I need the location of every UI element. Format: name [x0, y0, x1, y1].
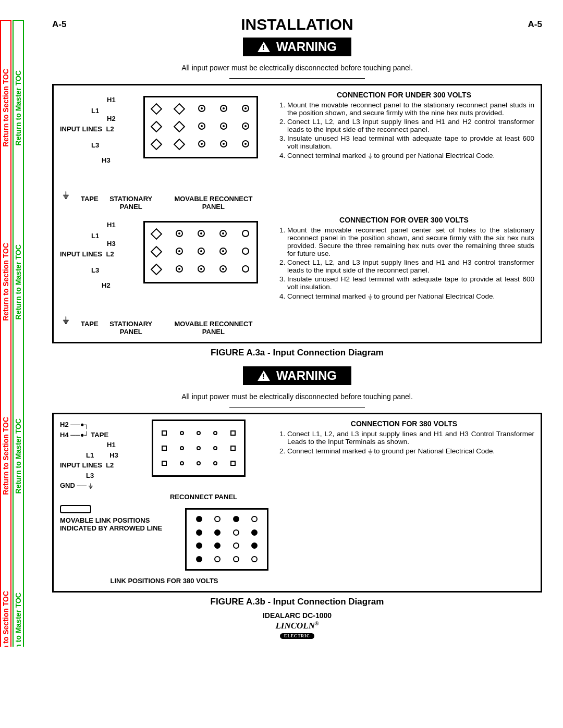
under-300-instructions: CONNECTION FOR UNDER 300 VOLTS Mount the…: [274, 91, 534, 161]
brand-sub: ELECTRIC: [280, 633, 314, 639]
master-toc-link[interactable]: Return to Master TOC: [14, 234, 22, 330]
page-title: INSTALLATION: [241, 16, 353, 33]
label-l1: L1: [86, 451, 94, 459]
conn-380-instructions: CONNECTION FOR 380 VOLTS Conect L1, L2, …: [274, 419, 534, 456]
label-h2: H2: [107, 114, 116, 125]
label-input-lines: INPUT LINES: [60, 125, 102, 133]
brand-name: LINCOLN: [275, 621, 315, 631]
label-tape: TAPE: [81, 320, 99, 336]
label-l2: L2: [106, 461, 114, 469]
label-h3: H3: [102, 155, 116, 166]
label-movable-panel: MOVABLE RECONNECT PANEL: [164, 320, 263, 336]
warning-label: WARNING: [276, 40, 337, 54]
under-300-step-4: Connect terminal marked ⏚ to ground per …: [287, 151, 534, 159]
registered-icon: ®: [315, 621, 319, 626]
master-toc-link[interactable]: Return to Master TOC: [14, 408, 22, 504]
diagram-under-300: H1 L1 H2 INPUT LINES L2 L3 H3 ⏚: [60, 91, 268, 211]
warning-block-1: WARNING All input power must be electric…: [52, 33, 542, 79]
footer-model: IDEALARC DC-1000: [52, 611, 542, 620]
master-toc-link[interactable]: Return to Master TOC: [14, 60, 22, 156]
label-h4: H4: [60, 431, 69, 439]
conn-380-step-2: Connect terminal marked ⏚ to ground per …: [287, 447, 534, 455]
section-toc-link[interactable]: Return to Section TOC: [2, 232, 10, 331]
divider: [229, 407, 365, 408]
diagram-380: H2 ──●┐ H4 ──●┘ TAPE H1 L1H3 INPUT LINES…: [60, 419, 268, 585]
label-input-lines: INPUT LINES: [60, 250, 102, 258]
ground-symbol-icon: ⏚: [89, 482, 93, 489]
section-toc-link[interactable]: Return to Section TOC: [2, 58, 10, 157]
label-h1: H1: [107, 441, 116, 449]
page-number-right: A-5: [528, 19, 542, 30]
label-h2: H2: [60, 421, 69, 428]
label-reconnect-panel: RECONNECT PANEL: [60, 493, 237, 501]
label-gnd: GND: [60, 482, 75, 489]
label-h1: H1: [107, 220, 116, 231]
warning-text: All input power must be electrically dis…: [52, 64, 542, 72]
over-300-instructions: CONNECTION FOR OVER 300 VOLTS Mount the …: [274, 216, 534, 301]
figure-a3b-box: H2 ──●┐ H4 ──●┘ TAPE H1 L1H3 INPUT LINES…: [52, 413, 542, 593]
label-l2: L2: [106, 125, 114, 133]
under-300-step-1: Mount the movable reconnect panel to the…: [287, 101, 534, 117]
master-toc-link[interactable]: Return to Master TOC: [14, 582, 22, 647]
reconnect-panel-380: [152, 419, 246, 477]
under-300-step-3: Insulate unused H3 lead terminal with ad…: [287, 134, 534, 150]
label-tape: TAPE: [91, 431, 108, 439]
link-bar-icon: [60, 505, 91, 513]
ground-symbol-icon: ⏚: [368, 151, 372, 159]
over-300-step-3: Insulate unused H2 lead terminal with ad…: [287, 275, 534, 291]
panel-frame-over: [143, 221, 258, 283]
sidebar-master-toc-col: Return to Master TOC Return to Master TO…: [13, 20, 24, 647]
ground-symbol-icon: ⏚: [368, 292, 372, 300]
label-input-lines: INPUT LINES: [60, 461, 102, 469]
label-l3: L3: [91, 140, 116, 151]
panel-frame-under: [143, 96, 258, 158]
label-l3: L3: [91, 265, 116, 276]
conn-380-title: CONNECTION FOR 380 VOLTS: [274, 419, 534, 428]
warning-block-2: WARNING All input power must be electric…: [52, 362, 542, 408]
ground-symbol-icon: ⏚: [63, 314, 69, 325]
warning-label: WARNING: [276, 368, 337, 383]
label-h2: H2: [102, 280, 116, 291]
link-positions-box: [185, 508, 268, 571]
page-header: A-5 INSTALLATION A-5: [52, 16, 542, 33]
sidebar: Return to Section TOC Return to Section …: [0, 20, 25, 647]
ground-symbol-icon: ⏚: [368, 447, 372, 455]
label-h1: H1: [107, 95, 116, 106]
figure-a3b-caption: FIGURE A.3b - Input Connection Diagram: [52, 597, 542, 607]
section-toc-link[interactable]: Return to Section TOC: [2, 581, 10, 646]
diagram-over-300: H1 L1 H3 INPUT LINES L2 L3 H2 ⏚: [60, 216, 268, 336]
over-300-title: CONNECTION FOR OVER 300 VOLTS: [274, 216, 534, 224]
page-content: A-5 INSTALLATION A-5 WARNING All input p…: [31, 0, 563, 647]
warning-triangle-icon: [258, 42, 270, 52]
label-h3: H3: [107, 239, 116, 250]
under-300-step-2: Conect L1, L2, and L3 input supply lines…: [287, 118, 534, 133]
over-300-row: H1 L1 H3 INPUT LINES L2 L3 H2 ⏚: [60, 216, 534, 336]
label-movable-panel: MOVABLE RECONNECT PANEL: [164, 195, 263, 211]
label-l2: L2: [106, 250, 114, 258]
figure-a3a-caption: FIGURE A.3a - Input Connection Diagram: [52, 348, 542, 358]
conn-380-step-1: Conect L1, L2, and L3 input supply lines…: [287, 430, 534, 446]
divider: [229, 78, 365, 79]
warning-text: All input power must be electrically dis…: [52, 392, 542, 401]
label-tape: TAPE: [81, 195, 99, 211]
over-300-step-2: Conect L1, L2, and L3 input supply lines…: [287, 258, 534, 274]
over-300-step-1: Mount the movable reconnect panel center…: [287, 226, 534, 257]
label-link-positions-380: LINK POSITIONS FOR 380 VOLTS: [60, 577, 268, 585]
warning-badge: WARNING: [243, 366, 351, 385]
warning-badge: WARNING: [243, 38, 351, 56]
sidebar-section-toc-col: Return to Section TOC Return to Section …: [0, 20, 11, 647]
page-number-left: A-5: [52, 19, 66, 30]
figure-a3a-box: H1 L1 H2 INPUT LINES L2 L3 H3 ⏚: [52, 84, 542, 343]
label-stationary-panel: STATIONARY PANEL: [99, 195, 164, 211]
label-movable-link-positions: MOVABLE LINK POSITIONS INDICATED BY ARRO…: [60, 516, 180, 532]
over-300-step-4: Connect terminal marked ⏚ to ground per …: [287, 292, 534, 300]
section-toc-link[interactable]: Return to Section TOC: [2, 406, 10, 505]
conn-380-row: H2 ──●┐ H4 ──●┘ TAPE H1 L1H3 INPUT LINES…: [60, 419, 534, 585]
brand-logo: LINCOLN® ELECTRIC: [52, 621, 542, 641]
under-300-title: CONNECTION FOR UNDER 300 VOLTS: [274, 91, 534, 99]
ground-symbol-icon: ⏚: [63, 189, 69, 200]
label-l3: L3: [86, 472, 94, 479]
label-h3: H3: [109, 451, 118, 459]
under-300-row: H1 L1 H2 INPUT LINES L2 L3 H3 ⏚: [60, 91, 534, 211]
label-stationary-panel: STATIONARY PANEL: [99, 320, 164, 336]
